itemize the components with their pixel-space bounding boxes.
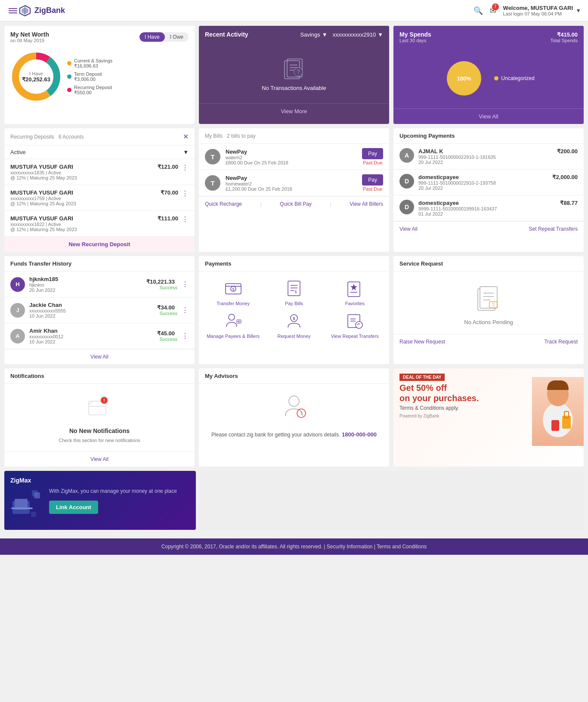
favorites-option[interactable]: Favorites <box>327 278 383 306</box>
spends-amount: ₹415.00 <box>550 31 578 38</box>
bill-info-1: NewPay homewater2 £1,200.00 Due On 25 Fe… <box>226 175 357 192</box>
term-amount: ₹3,006.00 <box>74 77 102 82</box>
transfer-more-1[interactable]: ⋮ <box>182 306 189 314</box>
zigmax-body: With ZigMax, you can manage your money a… <box>10 488 190 524</box>
deposit-more-0[interactable]: ⋮ <box>182 164 189 172</box>
recurring-dot <box>67 88 71 92</box>
deposit-amount-2: ₹111.00 <box>158 215 178 222</box>
view-all-transfers-link[interactable]: View All <box>90 354 108 360</box>
funds-transfer-card: Funds Transfer History H hjknkm185 hjknk… <box>4 256 195 364</box>
transfer-header: Funds Transfer History <box>4 256 195 272</box>
set-repeat-link[interactable]: Set Repeat Transfers <box>529 226 578 232</box>
savings-dropdown[interactable]: Savings ▼ <box>300 31 328 38</box>
view-repeat-transfers-option[interactable]: View Repeat Transfers <box>327 310 383 339</box>
upcoming-header: Upcoming Payments <box>393 128 584 144</box>
quick-recharge-link[interactable]: Quick Recharge <box>205 201 242 207</box>
transfer-avatar-1: J <box>10 303 25 318</box>
spends-footer: View All <box>393 108 584 124</box>
have-text: I Have <box>22 71 50 76</box>
active-filter-dropdown[interactable]: Active ▼ <box>4 145 195 159</box>
deposit-acc-1: xxxxxxxxxx1759 | Active <box>10 196 161 201</box>
pay-button-1[interactable]: Pay <box>362 174 383 186</box>
transfer-more-0[interactable]: ⋮ <box>182 280 189 288</box>
i-have-button[interactable]: I Have <box>139 32 165 42</box>
deposit-item-1: MUSTUFA YUSUF GARI xxxxxxxxxx1759 | Acti… <box>4 185 195 211</box>
pay-button-0[interactable]: Pay <box>362 148 383 159</box>
deposit-more-1[interactable]: ⋮ <box>182 189 189 198</box>
bills-footer: Quick Recharge | Quick Bill Pay | View A… <box>199 196 389 212</box>
view-repeat-label: View Repeat Transfers <box>331 334 379 339</box>
toggle-buttons: I Have I Owe <box>139 32 189 42</box>
service-footer: Raise New Request Track Request <box>393 334 584 349</box>
transfer-sub-0: hjknkm 20 Jun 2022 <box>29 282 142 293</box>
manage-payees-option[interactable]: Manage Payees & Billers <box>205 310 261 339</box>
advisors-body: Please contact zig bank for getting your… <box>199 384 389 446</box>
transfer-status-0: Success <box>146 285 177 290</box>
transfer-info-2: Amir Khan xxxxxxxxxx0012 10 Jun 2022 <box>29 328 153 344</box>
no-actions-text: No Actions Pending <box>464 319 513 325</box>
svg-text:$: $ <box>232 287 234 291</box>
no-notifications-text: No New Notifications <box>69 427 130 434</box>
net-worth-body: I Have ₹20,252.63 Current & Savings ₹16,… <box>4 46 195 108</box>
advisors-title: My Advisors <box>205 373 383 379</box>
svg-text:$: $ <box>293 316 295 321</box>
account-dropdown[interactable]: xxxxxxxxxxx2910 ▼ <box>333 31 383 38</box>
track-request-link[interactable]: Track Request <box>544 339 578 345</box>
view-all-spends-link[interactable]: View All <box>479 113 498 120</box>
pay-bills-label: Pay Bills <box>285 301 303 306</box>
close-button[interactable]: ✕ <box>183 133 189 141</box>
svg-point-28 <box>229 314 235 320</box>
view-all-billers-link[interactable]: View All Billers <box>350 201 383 207</box>
view-all-notifications-link[interactable]: View All <box>90 456 108 462</box>
bill-due-0: £800.00 Due On 25 Feb 2018 <box>226 160 357 165</box>
new-deposit-button[interactable]: New Recurring Deposit <box>4 237 195 252</box>
transfer-footer: View All <box>4 349 195 364</box>
bill-name-0: NewPay <box>226 148 357 155</box>
quick-bill-pay-link[interactable]: Quick Bill Pay <box>280 201 312 207</box>
svg-rect-67 <box>31 512 36 517</box>
bill-due-1: £1,200.00 Due On 25 Feb 2018 <box>226 186 357 192</box>
transfer-amount-2: ₹45.00 <box>157 330 175 337</box>
recent-footer: View More <box>199 103 389 119</box>
deal-card: DEAL OF THE DAY Get 50% off on your purc… <box>393 368 584 467</box>
transfer-money-option[interactable]: $ Transfer Money <box>205 278 261 306</box>
payment-info-0: AJMAL K 999-1111-5010000022910-1-181635 … <box>418 148 553 165</box>
deposit-more-2[interactable]: ⋮ <box>182 215 189 223</box>
past-due-0: Past Due <box>362 160 383 165</box>
transfer-title: Funds Transfer History <box>10 260 189 267</box>
svg-point-55 <box>301 414 302 415</box>
raise-request-link[interactable]: Raise New Request <box>399 339 445 345</box>
payment-date-2: 01 Jul 2022 <box>418 211 556 216</box>
bottom-mid-row: Funds Transfer History H hjknkm185 hjknk… <box>4 256 584 364</box>
advisors-phone[interactable]: 1800-000-000 <box>342 431 377 438</box>
search-icon[interactable]: 🔍 <box>473 6 483 15</box>
uncategorized-label: Uncategorized <box>501 75 534 81</box>
pay-bills-option[interactable]: $ Pay Bills <box>266 278 322 306</box>
transfer-name-1: Jackie Chan <box>29 302 153 308</box>
transfer-sub-1: xxxxxxxxxxx5555 10 Jun 2022 <box>29 308 153 319</box>
transfer-info-1: Jackie Chan xxxxxxxxxxx5555 10 Jun 2022 <box>29 302 153 319</box>
payment-avatar-0: A <box>399 148 414 163</box>
last-login-text: Last login 07 May 06:04 PM <box>503 11 573 16</box>
advisors-text: Please contact zig bank for getting your… <box>211 431 377 438</box>
view-more-link[interactable]: View More <box>281 108 307 114</box>
user-menu[interactable]: Welcome, MUSTUFA GARI Last login 07 May … <box>503 5 581 16</box>
view-all-payments-link[interactable]: View All <box>399 226 418 232</box>
recurring-deposits-header: Recurring Deposits 8 Accounts ✕ <box>4 128 195 145</box>
transfer-money-icon: $ <box>223 278 244 298</box>
mail-icon[interactable]: ✉ 7 <box>490 6 496 15</box>
deposit-item-2: MUSTUFA YUSUF GARI xxxxxxxxxx1822 | Acti… <box>4 211 195 237</box>
payments-header: Payments <box>199 256 389 272</box>
transfer-amount-1: ₹34.00 <box>157 304 175 311</box>
payment-name-1: domesticpayee <box>418 174 548 180</box>
request-money-option[interactable]: $ Request Money <box>266 310 322 339</box>
pie-chart: 100% <box>443 57 486 100</box>
zigmax-title: ZigMax <box>10 477 190 484</box>
hamburger-menu[interactable] <box>7 6 19 15</box>
notifications-title: Notifications <box>10 373 189 379</box>
transfer-more-2[interactable]: ⋮ <box>182 332 189 340</box>
link-account-button[interactable]: Link Account <box>49 501 98 514</box>
i-owe-button[interactable]: I Owe <box>165 32 189 42</box>
net-worth-card: My Net Worth on 08 May 2019 I Have I Owe <box>4 26 195 124</box>
payment-date-1: 20 Jul 2022 <box>418 186 548 191</box>
